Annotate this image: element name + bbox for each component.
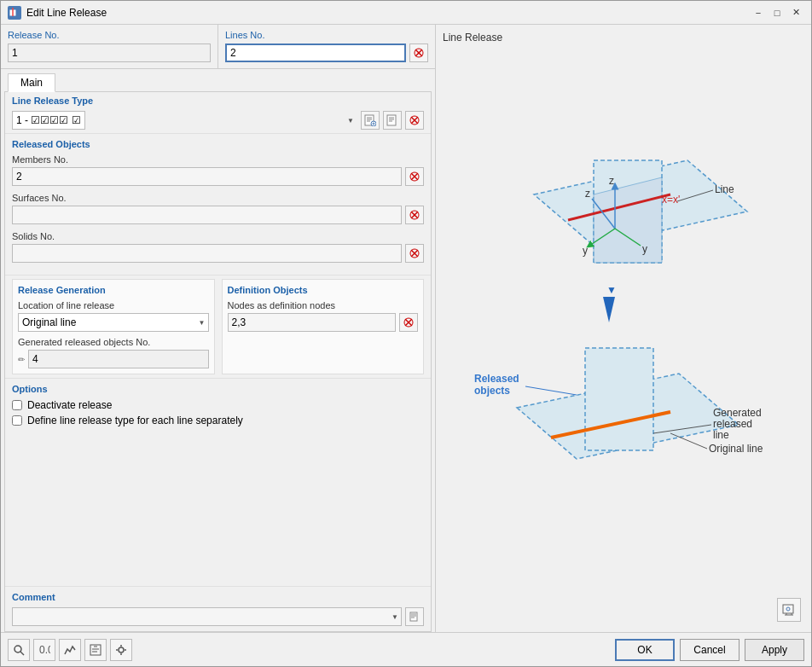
- bottom-sections: Release Generation Location of line rele…: [5, 275, 431, 378]
- comment-row: [12, 607, 424, 626]
- members-no-input[interactable]: [12, 167, 402, 186]
- svg-marker-50: [603, 297, 615, 322]
- window-title: Edit Line Release: [26, 7, 750, 19]
- window-icon: [8, 6, 21, 20]
- generated-label: Generated released objects No.: [18, 337, 209, 347]
- define-separate-label[interactable]: Define line release type for each line s…: [27, 415, 243, 426]
- svg-line-57: [525, 386, 577, 395]
- svg-text:Generated: Generated: [713, 407, 762, 419]
- lrt-delete-button[interactable]: [405, 111, 424, 130]
- search-icon-button[interactable]: [8, 639, 30, 661]
- line-release-type-row: 1 - ☑☑☑☑ ☑: [5, 107, 431, 133]
- footer-icons: 0.00: [8, 639, 615, 661]
- define-separate-checkbox[interactable]: [12, 415, 22, 426]
- footer-buttons: OK Cancel Apply: [615, 639, 804, 661]
- options-label: Options: [12, 384, 424, 394]
- svg-line-70: [20, 652, 24, 655]
- nodes-input[interactable]: [228, 313, 397, 332]
- settings-icon-button[interactable]: [110, 639, 132, 661]
- define-separate-row: Define line release type for each line s…: [12, 415, 424, 426]
- svg-point-68: [786, 607, 790, 611]
- diagram-settings-button[interactable]: [777, 598, 801, 622]
- line-release-type-select-wrapper: 1 - ☑☑☑☑ ☑: [12, 111, 357, 130]
- lines-no-section: Lines No.: [218, 25, 435, 68]
- edit-line-release-window: Edit Line Release − □ ✕ Release No. Line…: [0, 0, 812, 667]
- comment-select-wrapper: [12, 607, 402, 626]
- spacer: [5, 435, 431, 586]
- release-no-input[interactable]: [8, 44, 211, 62]
- right-panel: Line Release: [436, 25, 811, 632]
- comment-section: Comment: [5, 586, 431, 631]
- line-release-type-label: Line Release Type: [5, 92, 431, 107]
- solids-no-label: Solids No.: [12, 231, 424, 241]
- members-no-label: Members No.: [12, 154, 424, 165]
- release-no-section: Release No.: [1, 25, 218, 68]
- svg-text:0.00: 0.00: [39, 644, 50, 656]
- apply-button[interactable]: Apply: [745, 639, 804, 661]
- location-label: Location of line release: [18, 300, 209, 310]
- left-panel: Release No. Lines No.: [1, 25, 436, 632]
- title-bar: Edit Line Release − □ ✕: [1, 1, 811, 25]
- diagram-area: z z y y x=x': [443, 50, 804, 594]
- pencil-icon: ✏: [18, 355, 25, 364]
- solids-no-clear-button[interactable]: [405, 244, 424, 263]
- diagram-bottom-icons: [443, 594, 804, 625]
- svg-text:y: y: [642, 243, 647, 255]
- members-no-clear-button[interactable]: [405, 167, 424, 186]
- svg-text:z: z: [585, 188, 590, 200]
- released-objects-label: Released Objects: [12, 139, 424, 149]
- svg-text:Released: Released: [474, 373, 519, 385]
- svg-text:Line: Line: [715, 183, 734, 195]
- svg-rect-12: [387, 115, 396, 125]
- svg-point-69: [14, 646, 21, 652]
- line-release-type-select[interactable]: 1 - ☑☑☑☑ ☑: [12, 111, 85, 130]
- graph-icon-button[interactable]: [59, 639, 81, 661]
- svg-rect-64: [783, 605, 793, 613]
- title-buttons: − □ ✕: [750, 5, 804, 20]
- tab-content: Line Release Type 1 - ☑☑☑☑ ☑: [4, 91, 432, 632]
- line-release-diagram: z z y y x=x': [457, 126, 790, 519]
- surfaces-no-label: Surfaces No.: [12, 193, 424, 203]
- svg-text:z: z: [609, 175, 614, 187]
- lrt-new-button[interactable]: [361, 111, 380, 130]
- svg-text:released: released: [713, 418, 752, 430]
- lrt-edit-button[interactable]: [383, 111, 402, 130]
- solids-no-input[interactable]: [12, 244, 402, 263]
- tab-main[interactable]: Main: [8, 73, 55, 92]
- maximize-button[interactable]: □: [768, 5, 786, 20]
- deactivate-checkbox[interactable]: [12, 400, 22, 410]
- svg-text:line: line: [713, 429, 729, 441]
- comment-edit-button[interactable]: [405, 607, 424, 626]
- release-no-label: Release No.: [8, 30, 211, 40]
- minimize-button[interactable]: −: [750, 5, 767, 20]
- close-button[interactable]: ✕: [787, 5, 804, 20]
- location-select-wrapper: Original line New line: [18, 313, 209, 332]
- generated-input[interactable]: [28, 350, 209, 368]
- content-area: Release No. Lines No.: [1, 25, 811, 632]
- lines-no-label: Lines No.: [225, 30, 428, 40]
- comment-select[interactable]: [12, 607, 402, 626]
- generated-row: ✏: [18, 350, 209, 368]
- surfaces-no-input[interactable]: [12, 206, 402, 224]
- nodes-label: Nodes as definition nodes: [228, 300, 419, 310]
- lines-no-row: [225, 44, 428, 62]
- location-select[interactable]: Original line New line: [18, 313, 209, 332]
- svg-text:▼: ▼: [606, 284, 617, 296]
- svg-marker-53: [585, 348, 653, 450]
- lines-no-input[interactable]: [225, 44, 406, 62]
- nodes-clear-button[interactable]: [399, 313, 418, 332]
- def-objects-label: Definition Objects: [228, 285, 419, 295]
- comment-label: Comment: [12, 592, 424, 602]
- cancel-button[interactable]: Cancel: [680, 639, 740, 661]
- ok-button[interactable]: OK: [615, 639, 675, 661]
- release-gen-label: Release Generation: [18, 285, 209, 295]
- numeric-icon-button[interactable]: 0.00: [33, 639, 55, 661]
- top-fields-row: Release No. Lines No.: [1, 25, 435, 69]
- lines-no-clear-button[interactable]: [409, 44, 428, 62]
- deactivate-label[interactable]: Deactivate release: [27, 399, 112, 411]
- surfaces-no-row: [12, 206, 424, 224]
- options-section: Options Deactivate release Define line r…: [5, 378, 431, 435]
- info-icon-button[interactable]: [84, 639, 107, 661]
- released-objects-section: Released Objects Members No.: [5, 133, 431, 275]
- surfaces-no-clear-button[interactable]: [405, 206, 424, 224]
